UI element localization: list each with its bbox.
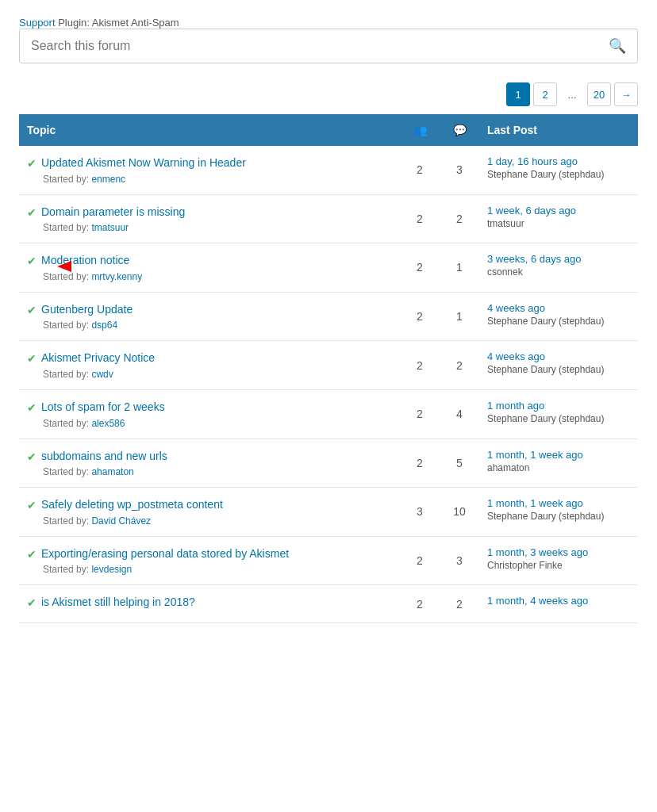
resolved-icon: ✔ [27, 401, 36, 414]
col-header-posts: 💬 [440, 114, 479, 146]
last-post-author: Stephane Daury (stephdau) [487, 364, 630, 375]
topic-posts: 2 [440, 585, 479, 623]
topic-started-by: Started by: mrtvy.kenny [43, 271, 392, 282]
last-post-time: 4 weeks ago [487, 302, 630, 314]
last-post-time: 1 day, 16 hours ago [487, 155, 630, 167]
topic-link[interactable]: Safely deleting wp_postmeta content [41, 497, 223, 513]
cursor-arrow [57, 261, 71, 272]
last-post-author: tmatsuur [487, 218, 630, 229]
last-post-time: 1 month, 4 weeks ago [487, 595, 630, 607]
topic-author-link[interactable]: ahamaton [91, 466, 133, 477]
topic-last-post: 1 month, 4 weeks ago [479, 585, 638, 623]
topic-link[interactable]: subdomains and new urls [41, 449, 167, 465]
resolved-icon: ✔ [27, 304, 36, 316]
table-row: ✔Gutenberg UpdateStarted by: dsp64214 we… [19, 292, 638, 341]
voices-icon: 👥 [413, 124, 427, 136]
topic-link[interactable]: Akismet Privacy Notice [41, 350, 155, 366]
topic-link[interactable]: is Akismet still helping in 2018? [41, 595, 195, 611]
topic-author-link[interactable]: tmatsuur [91, 222, 129, 233]
breadcrumb: Support Plugin: Akismet Anti-Spam [19, 16, 638, 29]
breadcrumb-support-link[interactable]: Support [19, 17, 56, 29]
last-post-author: Stephane Daury (stephdau) [487, 169, 630, 180]
resolved-icon: ✔ [27, 206, 36, 219]
topic-link[interactable]: Domain parameter is missing [41, 205, 185, 220]
topic-posts: 2 [440, 194, 479, 243]
last-post-author: Christopher Finke [487, 560, 630, 571]
topic-last-post: 1 month, 3 weeks agoChristopher Finke [479, 536, 638, 585]
page-1-button[interactable]: 1 [506, 82, 530, 106]
topic-author-link[interactable]: mrtvy.kenny [91, 271, 142, 282]
resolved-icon: ✔ [27, 548, 36, 561]
topic-voices: 2 [400, 585, 440, 623]
last-post-author: Stephane Daury (stephdau) [487, 511, 630, 522]
last-post-author: ahamaton [487, 462, 630, 473]
topic-posts: 4 [440, 389, 479, 439]
topic-author-link[interactable]: enmenc [91, 174, 125, 185]
resolved-icon: ✔ [27, 499, 36, 511]
table-header-row: Topic 👥 💬 Last Post [19, 114, 638, 146]
search-input[interactable] [31, 39, 609, 53]
last-post-author: Stephane Daury (stephdau) [487, 413, 630, 424]
page-2-button[interactable]: 2 [533, 82, 557, 106]
col-header-lastpost: Last Post [479, 114, 638, 146]
pagination: 1 2 ... 20 → [19, 82, 638, 106]
topic-last-post: 1 day, 16 hours agoStephane Daury (steph… [479, 146, 638, 194]
topic-link[interactable]: Exporting/erasing personal data stored b… [41, 546, 289, 562]
topic-started-by: Started by: ahamaton [43, 466, 392, 477]
topic-started-by: Started by: levdesign [43, 564, 392, 575]
topic-last-post: 4 weeks agoStephane Daury (stephdau) [479, 292, 638, 341]
page-20-button[interactable]: 20 [587, 82, 611, 106]
table-row: ✔Lots of spam for 2 weeksStarted by: ale… [19, 389, 638, 439]
forum-table: Topic 👥 💬 Last Post ✔Updated Akismet Now… [19, 114, 638, 623]
col-header-topic: Topic [19, 114, 400, 146]
topic-author-link[interactable]: cwdv [91, 369, 113, 380]
last-post-time: 1 month ago [487, 400, 630, 412]
breadcrumb-current: Plugin: Akismet Anti-Spam [58, 17, 179, 29]
topic-voices: 2 [400, 389, 440, 439]
last-post-author: Stephane Daury (stephdau) [487, 316, 630, 327]
topic-posts: 5 [440, 439, 479, 488]
topic-link[interactable]: Lots of spam for 2 weeks [41, 400, 165, 416]
topic-started-by: Started by: alex586 [43, 418, 392, 429]
topic-started-by: Started by: dsp64 [43, 320, 392, 331]
col-header-voices: 👥 [400, 114, 440, 146]
table-row: ✔subdomains and new urlsStarted by: aham… [19, 439, 638, 488]
resolved-icon: ✔ [27, 450, 36, 463]
topic-author-link[interactable]: David Chávez [91, 515, 151, 527]
table-row: ✔Updated Akismet Now Warning in HeaderSt… [19, 146, 638, 194]
topic-last-post: 1 month, 1 week agoahamaton [479, 439, 638, 488]
topic-link[interactable]: Updated Akismet Now Warning in Header [41, 155, 246, 171]
topic-voices: 3 [400, 488, 440, 537]
topic-link[interactable]: Moderation notice [41, 253, 129, 269]
topic-voices: 2 [400, 292, 440, 341]
topic-posts: 3 [440, 146, 479, 194]
last-post-time: 3 weeks, 6 days ago [487, 253, 630, 265]
topic-posts: 10 [440, 488, 479, 537]
table-row: ✔Moderation noticeStarted by: mrtvy.kenn… [19, 243, 638, 293]
topic-author-link[interactable]: alex586 [91, 418, 125, 429]
table-row: ✔is Akismet still helping in 2018?221 mo… [19, 585, 638, 623]
topic-last-post: 1 month, 1 week agoStephane Daury (steph… [479, 488, 638, 537]
topic-voices: 2 [400, 536, 440, 585]
topic-last-post: 3 weeks, 6 days agocsonnek [479, 243, 638, 293]
topic-started-by: Started by: enmenc [43, 174, 392, 185]
topic-voices: 2 [400, 146, 440, 194]
resolved-icon: ✔ [27, 596, 36, 609]
topic-started-by: Started by: David Chávez [43, 515, 392, 527]
resolved-icon: ✔ [27, 157, 36, 170]
topic-link[interactable]: Gutenberg Update [41, 302, 133, 318]
resolved-icon: ✔ [27, 352, 36, 365]
topic-voices: 2 [400, 243, 440, 293]
topic-posts: 1 [440, 243, 479, 293]
posts-icon: 💬 [453, 124, 467, 136]
topic-author-link[interactable]: dsp64 [91, 320, 117, 331]
table-row: ✔Domain parameter is missingStarted by: … [19, 194, 638, 243]
table-row: ✔Safely deleting wp_postmeta contentStar… [19, 488, 638, 537]
topic-last-post: 1 month agoStephane Daury (stephdau) [479, 389, 638, 439]
topic-voices: 2 [400, 341, 440, 390]
topic-voices: 2 [400, 439, 440, 488]
page-next-button[interactable]: → [614, 82, 638, 106]
last-post-time: 1 week, 6 days ago [487, 205, 630, 216]
topic-author-link[interactable]: levdesign [91, 564, 132, 575]
search-button[interactable]: 🔍 [609, 37, 626, 55]
